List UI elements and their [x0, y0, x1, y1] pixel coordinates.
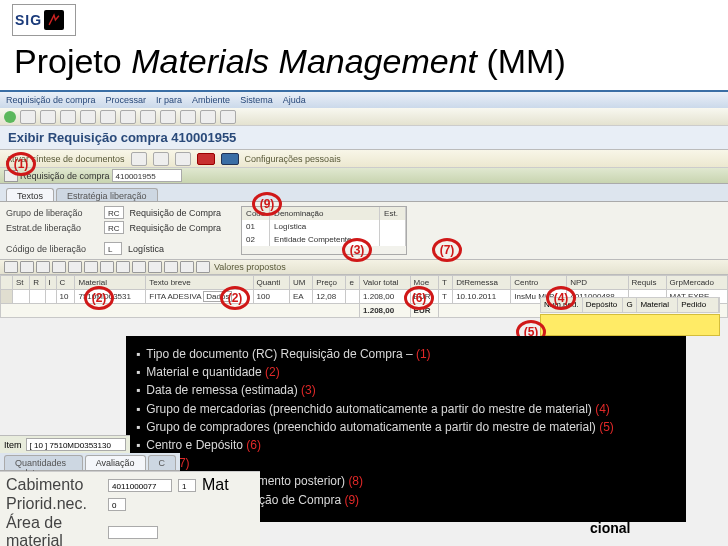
field-suffix: Mat: [202, 476, 229, 494]
toolbar-button[interactable]: [100, 110, 116, 124]
toolbar-button[interactable]: [80, 110, 96, 124]
grid-icon[interactable]: [132, 261, 146, 273]
th: [1, 276, 13, 290]
toolbar-button[interactable]: [60, 110, 76, 124]
tab-quantidades[interactable]: Quantidades e datas: [4, 455, 83, 470]
toolbar-button[interactable]: [220, 110, 236, 124]
grid-icon[interactable]: [180, 261, 194, 273]
td: 1.208,00: [360, 290, 411, 304]
grid-icon[interactable]: [196, 261, 210, 273]
toolbar-button[interactable]: [180, 110, 196, 124]
toolbar-button[interactable]: [131, 152, 147, 166]
menu-item[interactable]: Ir para: [156, 95, 182, 105]
th: UM: [290, 276, 313, 290]
menu-item[interactable]: Ajuda: [283, 95, 306, 105]
callout-9: (9): [252, 192, 282, 216]
grid-icon[interactable]: [20, 261, 34, 273]
sum-total: 1.208,00: [360, 304, 411, 318]
second-toolbar: Ativar síntese de documentos Configuraçõ…: [0, 150, 728, 168]
field-label: Priorid.nec.: [6, 495, 102, 513]
callout-7: (7): [432, 238, 462, 262]
th: e: [346, 276, 360, 290]
th: Material cura NPP: [637, 298, 678, 312]
th: C: [56, 276, 75, 290]
field-code: RC: [104, 206, 124, 219]
td: Logística: [270, 220, 380, 233]
sig-logo: SIG: [12, 4, 76, 36]
toolbar-button[interactable]: [20, 110, 36, 124]
field-desc: Logística: [128, 244, 164, 254]
grid-icon[interactable]: [148, 261, 162, 273]
logo-badge: [44, 10, 64, 30]
th: Preço: [313, 276, 346, 290]
item-value[interactable]: [ 10 ] 7510MD0353130 FITA ADESIV: [26, 438, 126, 451]
th: R: [30, 276, 45, 290]
td: [30, 290, 45, 304]
personal-settings-label[interactable]: Configurações pessoais: [245, 154, 341, 164]
td: [380, 220, 406, 233]
th: Pedido: [678, 298, 719, 312]
tab-avaliacao[interactable]: Avaliação: [85, 455, 146, 470]
doc-type-label: Requisição de compra: [20, 171, 110, 181]
toggle-red-icon[interactable]: [197, 153, 215, 165]
th: Requis: [628, 276, 666, 290]
sap-menubar[interactable]: Requisição de compra Processar Ir para A…: [0, 92, 728, 108]
td: 01: [242, 220, 270, 233]
doc-header-strip: Requisição de compra 410001955: [0, 168, 728, 184]
item-grid-toolbar: Valores propostos: [0, 259, 728, 275]
grid-icon[interactable]: [52, 261, 66, 273]
area-field[interactable]: [108, 526, 158, 539]
callout-3: (3): [342, 238, 372, 262]
slide-title: Projeto Materials Management (MM): [14, 42, 566, 81]
td: [380, 233, 406, 246]
grid-icon[interactable]: [164, 261, 178, 273]
field-label: Estrat.de liberação: [6, 223, 98, 233]
highlight-block: [540, 314, 720, 336]
toolbar-button[interactable]: [175, 152, 191, 166]
toolbar-button[interactable]: [160, 110, 176, 124]
cabimento-field[interactable]: 4011000077: [108, 479, 172, 492]
tab-textos[interactable]: Textos: [6, 188, 54, 201]
grid-icon[interactable]: [68, 261, 82, 273]
callout-2: (2): [84, 286, 114, 310]
th: NPD: [567, 276, 628, 290]
field-label: Cabimento: [6, 476, 102, 494]
menu-item[interactable]: Requisição de compra: [6, 95, 96, 105]
valores-propostos-label[interactable]: Valores propostos: [212, 262, 288, 272]
doc-number-field[interactable]: 410001955: [112, 169, 182, 182]
menu-item[interactable]: Sistema: [240, 95, 273, 105]
sap-main-toolbar[interactable]: [0, 108, 728, 126]
menu-item[interactable]: Ambiente: [192, 95, 230, 105]
tab-estrategia[interactable]: Estratégia liberação: [56, 188, 158, 201]
td: 100: [253, 290, 289, 304]
td: 10.10.2011: [453, 290, 511, 304]
grid-icon[interactable]: [4, 261, 18, 273]
toolbar-button[interactable]: [120, 110, 136, 124]
toolbar-button[interactable]: [40, 110, 56, 124]
grid-icon[interactable]: [36, 261, 50, 273]
toolbar-button[interactable]: [153, 152, 169, 166]
td: [13, 290, 30, 304]
item-detail-tabs: Quantidades e datas Avaliação C: [0, 453, 180, 471]
toolbar-button[interactable]: [200, 110, 216, 124]
logo-text: SIG: [15, 12, 42, 28]
grid-icon[interactable]: [116, 261, 130, 273]
tab-c[interactable]: C: [148, 455, 177, 470]
th: Denominação: [270, 207, 380, 220]
field-label: Código de liberação: [6, 244, 98, 254]
item-label: Item: [4, 440, 22, 450]
row-selector[interactable]: [1, 290, 13, 304]
enter-icon[interactable]: [4, 111, 16, 123]
grid-icon[interactable]: [84, 261, 98, 273]
cabimento-seq[interactable]: 1: [178, 479, 196, 492]
header-tabs: Textos Estratégia liberação: [0, 184, 728, 202]
menu-item[interactable]: Processar: [106, 95, 147, 105]
grid-icon[interactable]: [100, 261, 114, 273]
toolbar-button[interactable]: [140, 110, 156, 124]
th: T: [438, 276, 452, 290]
td: EA: [290, 290, 313, 304]
field-code: RC: [104, 221, 124, 234]
toggle-blue-icon[interactable]: [221, 153, 239, 165]
priorid-field[interactable]: 0: [108, 498, 126, 511]
field-desc: Requisição de Compra: [130, 208, 222, 218]
